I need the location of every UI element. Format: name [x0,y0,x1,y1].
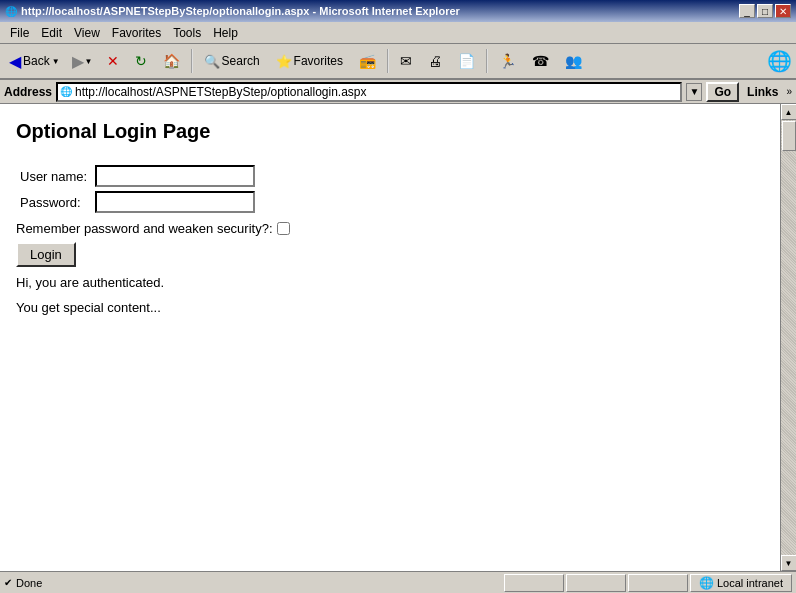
browser-content-wrap: Optional Login Page User name: Password:… [0,104,796,571]
status-panel-3 [628,574,688,592]
forward-button[interactable]: ▶ ▼ [67,47,98,75]
address-bar: Address 🌐 http://localhost/ASPNETStepByS… [0,80,796,104]
mail-button[interactable]: ✉ [393,47,419,75]
window-title: http://localhost/ASPNETStepByStep/option… [21,5,460,17]
remember-label: Remember password and weaken security?: [16,221,273,236]
address-field-wrap: 🌐 http://localhost/ASPNETStepByStep/opti… [56,82,682,102]
remember-row: Remember password and weaken security?: [16,221,764,236]
username-label: User name: [16,163,91,189]
status-panels: 🌐 Local intranet [504,574,792,592]
status-zone: 🌐 Local intranet [690,574,792,592]
toolbar: ◀ Back ▼ ▶ ▼ ✕ ↻ 🏠 🔍 Search ⭐ Favorites … [0,44,796,80]
favorites-label: Favorites [294,54,343,68]
password-row: Password: [16,189,259,215]
menu-view[interactable]: View [68,23,106,43]
forward-dropdown-icon: ▼ [85,57,93,66]
home-icon: 🏠 [163,53,180,69]
print-icon: 🖨 [428,53,442,69]
favorites-button[interactable]: ⭐ Favorites [269,47,350,75]
scroll-track[interactable] [781,120,797,555]
search-button[interactable]: 🔍 Search [197,47,267,75]
status-icon: ✔ [4,577,12,588]
menu-help[interactable]: Help [207,23,244,43]
address-page-icon: 🌐 [60,86,72,97]
home-button[interactable]: 🏠 [156,47,187,75]
zone-label: Local intranet [717,577,783,589]
browser-content: Optional Login Page User name: Password:… [0,104,780,571]
stop-icon: ✕ [107,53,119,69]
login-button[interactable]: Login [16,242,76,267]
status-bar: ✔ Done 🌐 Local intranet [0,571,796,593]
menu-bar: File Edit View Favorites Tools Help [0,22,796,44]
address-label: Address [4,85,52,99]
stop-button[interactable]: ✕ [100,47,126,75]
links-button[interactable]: Links [743,84,782,100]
status-panel-1 [504,574,564,592]
search-label: Search [222,54,260,68]
netmeeting-button[interactable]: ☎ [525,47,556,75]
back-dropdown-icon: ▼ [52,57,60,66]
contacts-icon: 👥 [565,53,582,69]
toolbar-separator-2 [387,49,389,73]
scroll-up-button[interactable]: ▲ [781,104,797,120]
mail-icon: ✉ [400,53,412,69]
username-input[interactable] [95,165,255,187]
auth-text-line2: You get special content... [16,298,764,319]
scroll-thumb[interactable] [782,121,796,151]
maximize-button[interactable]: □ [757,4,773,18]
scroll-down-button[interactable]: ▼ [781,555,797,571]
back-icon: ◀ [9,52,21,71]
messenger-button[interactable]: 🏃 [492,47,523,75]
toolbar-separator-3 [486,49,488,73]
favorites-icon: ⭐ [276,54,292,69]
search-icon: 🔍 [204,54,220,69]
links-expand-icon[interactable]: » [786,86,792,97]
messenger-icon: 🏃 [499,53,516,69]
refresh-button[interactable]: ↻ [128,47,154,75]
ie-title-icon: 🌐 [5,6,17,17]
address-url[interactable]: http://localhost/ASPNETStepByStep/option… [75,85,678,99]
media-icon: 📻 [359,53,376,69]
title-bar-buttons: _ □ ✕ [739,4,791,18]
status-text: Done [16,577,42,589]
auth-text-line1: Hi, you are authenticated. [16,273,764,294]
edit-button[interactable]: 📄 [451,47,482,75]
password-input[interactable] [95,191,255,213]
zone-icon: 🌐 [699,576,714,590]
menu-tools[interactable]: Tools [167,23,207,43]
go-button[interactable]: Go [706,82,739,102]
menu-edit[interactable]: Edit [35,23,68,43]
netmeeting-icon: ☎ [532,53,549,69]
title-bar: 🌐 http://localhost/ASPNETStepByStep/opti… [0,0,796,22]
menu-favorites[interactable]: Favorites [106,23,167,43]
password-label: Password: [16,189,91,215]
close-button[interactable]: ✕ [775,4,791,18]
back-button[interactable]: ◀ Back ▼ [4,47,65,75]
login-form-table: User name: Password: [16,163,259,215]
refresh-icon: ↻ [135,53,147,69]
forward-icon: ▶ [72,52,84,71]
status-panel-2 [566,574,626,592]
contacts-button[interactable]: 👥 [558,47,589,75]
username-row: User name: [16,163,259,189]
minimize-button[interactable]: _ [739,4,755,18]
menu-file[interactable]: File [4,23,35,43]
remember-checkbox[interactable] [277,222,290,235]
print-button[interactable]: 🖨 [421,47,449,75]
address-dropdown[interactable]: ▼ [686,83,702,101]
media-button[interactable]: 📻 [352,47,383,75]
edit-icon: 📄 [458,53,475,69]
back-label: Back [23,54,50,68]
page-title: Optional Login Page [16,120,764,143]
ie-logo: 🌐 [767,49,792,73]
vertical-scrollbar: ▲ ▼ [780,104,796,571]
toolbar-separator-1 [191,49,193,73]
